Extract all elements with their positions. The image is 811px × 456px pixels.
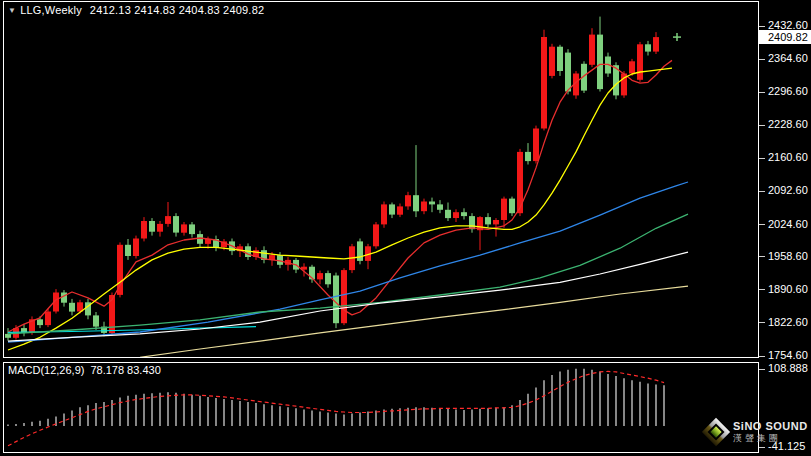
price-tick-label: 2296.60 (768, 85, 808, 97)
triangle-down-icon[interactable]: ▼ (8, 6, 16, 15)
price-tick-label: 2092.60 (768, 184, 808, 196)
price-tick-dash (759, 289, 765, 290)
price-tick-dash (759, 191, 765, 192)
price-tick-dash (759, 256, 765, 257)
price-tick-dash (759, 322, 765, 323)
sino-sound-logo-icon (702, 418, 730, 446)
price-tick-dash (759, 59, 765, 60)
symbol-timeframe-label: LLG,Weekly (20, 4, 82, 16)
price-tick-label: 1958.60 (768, 250, 808, 262)
price-tick-dash (759, 158, 765, 159)
chart-header: ▼LLG,Weekly2412.13 2414.83 2404.83 2409.… (8, 4, 264, 16)
macd-tick-dash (759, 369, 765, 370)
price-axis[interactable]: 2432.602364.602296.602228.602160.602092.… (759, 0, 811, 456)
price-tick-dash (759, 356, 765, 357)
price-tick-dash (759, 26, 765, 27)
macd-values-label: 78.178 83.430 (90, 364, 160, 376)
price-tick-dash (759, 92, 765, 93)
chart-canvas[interactable] (0, 0, 811, 456)
price-tick-label: 1754.60 (768, 349, 808, 361)
macd-tick-label: -41.125 (768, 440, 805, 452)
macd-tick-label: 108.888 (768, 362, 808, 374)
price-tick-label: 2024.60 (768, 218, 808, 230)
price-tick-dash (759, 125, 765, 126)
macd-tick-dash (759, 447, 765, 448)
current-price-box: 2409.82 (759, 30, 811, 44)
macd-name-label: MACD(12,26,9) (8, 364, 84, 376)
price-tick-dash (759, 224, 765, 225)
trading-terminal-chart: { "header": { "dropdown_icon": "triangle… (0, 0, 811, 456)
price-tick-label: 2160.60 (768, 151, 808, 163)
price-tick-label: 2364.60 (768, 52, 808, 64)
price-tick-label: 1890.60 (768, 283, 808, 295)
ohlc-quote-label: 2412.13 2414.83 2404.83 2409.82 (90, 4, 264, 16)
price-tick-label: 1822.60 (768, 316, 808, 328)
macd-indicator-label: MACD(12,26,9)78.178 83.430 (8, 364, 161, 376)
price-tick-label: 2228.60 (768, 118, 808, 130)
